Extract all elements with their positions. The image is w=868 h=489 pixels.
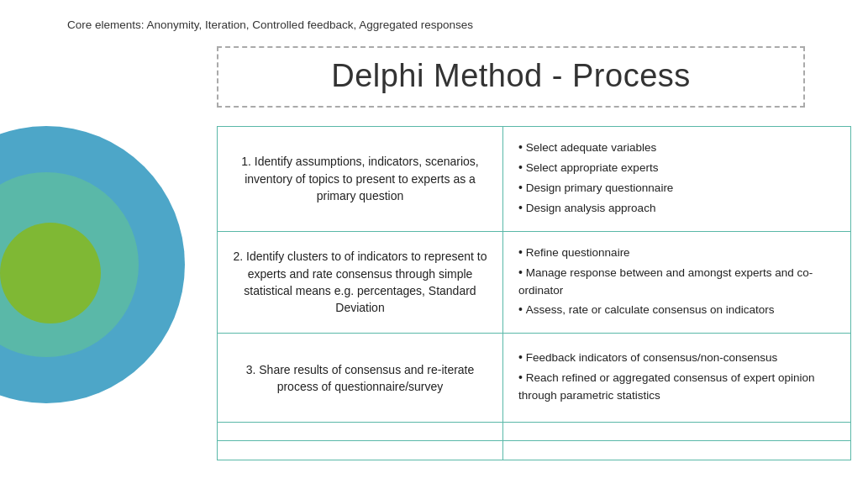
table-row: 3. Share results of consensus and re-ite… bbox=[218, 334, 850, 423]
empty-cell-left bbox=[218, 423, 503, 440]
list-item: Refine questionnaire bbox=[518, 244, 835, 262]
empty-row bbox=[218, 441, 850, 460]
list-item: Reach refined or aggregated consensus of… bbox=[518, 369, 835, 405]
row3-right: Feedback indicators of consensus/non-con… bbox=[503, 334, 850, 422]
row2-bullet-list: Refine questionnaire Manage response bet… bbox=[518, 244, 835, 322]
list-item: Select appropriate experts bbox=[518, 159, 835, 177]
table-row: 1. Identify assumptions, indicators, sce… bbox=[218, 127, 850, 232]
row2-left: 2. Identify clusters to of indicators to… bbox=[218, 232, 503, 334]
row1-bullet-list: Select adequate variables Select appropr… bbox=[518, 139, 835, 219]
list-item: Manage response between and amongst expe… bbox=[518, 264, 835, 300]
list-item: Select adequate variables bbox=[518, 139, 835, 157]
row1-right: Select adequate variables Select appropr… bbox=[503, 127, 850, 231]
empty-cell-right bbox=[503, 423, 850, 440]
row3-left: 3. Share results of consensus and re-ite… bbox=[218, 334, 503, 422]
page: Core elements: Anonymity, Iteration, Con… bbox=[0, 0, 868, 489]
list-item: Assess, rate or calculate consensus on i… bbox=[518, 301, 835, 319]
circles-container bbox=[0, 126, 235, 445]
row3-bullet-list: Feedback indicators of consensus/non-con… bbox=[518, 349, 835, 407]
table-row: 2. Identify clusters to of indicators to… bbox=[218, 232, 850, 334]
content-area: 1. Identify assumptions, indicators, sce… bbox=[217, 126, 851, 460]
empty-cell-left bbox=[218, 441, 503, 460]
row1-left: 1. Identify assumptions, indicators, sce… bbox=[218, 127, 503, 231]
title-box: Delphi Method - Process bbox=[217, 46, 805, 108]
row2-right: Refine questionnaire Manage response bet… bbox=[503, 232, 850, 334]
list-item: Design analysis approach bbox=[518, 199, 835, 218]
list-item: Feedback indicators of consensus/non-con… bbox=[518, 349, 835, 367]
page-title: Delphi Method - Process bbox=[331, 58, 691, 93]
circle-green-inner bbox=[0, 223, 101, 323]
list-item: Design primary questionnaire bbox=[518, 179, 835, 197]
empty-row bbox=[218, 423, 850, 441]
core-elements-label: Core elements: Anonymity, Iteration, Con… bbox=[67, 18, 473, 31]
empty-cell-right bbox=[503, 441, 850, 460]
